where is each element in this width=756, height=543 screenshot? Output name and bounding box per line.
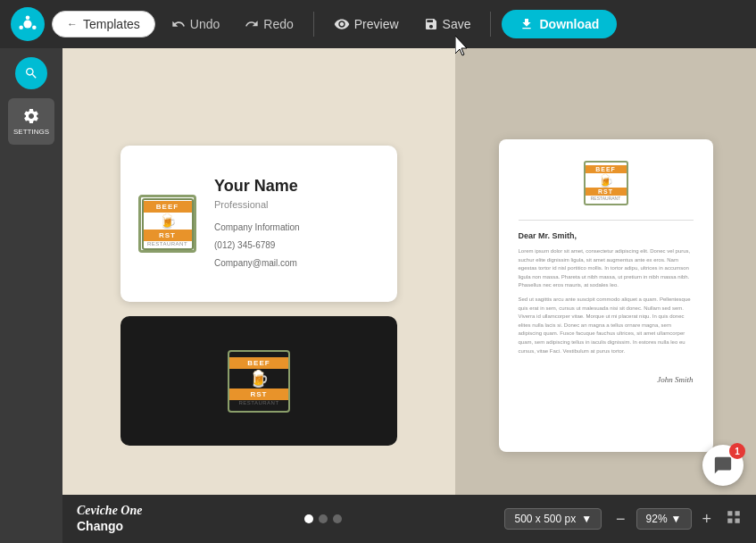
zoom-percent: 92% — [646, 513, 668, 525]
black-logo-banner-bottom: RST — [229, 388, 288, 400]
card-phone: (012) 345-6789 — [214, 238, 300, 253]
toolbar: ← Templates Undo Redo Preview Save Downl… — [0, 0, 756, 48]
redo-icon — [245, 17, 259, 31]
main-area: BEEF 🍺 RST RESTAURANT Your Name Professi… — [62, 48, 756, 543]
templates-label: Templates — [83, 17, 140, 31]
black-card-logo: BEEF 🍺 RST RESTAURANT — [228, 350, 290, 413]
zoom-value: 92% ▼ — [636, 508, 692, 530]
zoom-controls: − 92% ▼ + — [612, 508, 715, 530]
zoom-chevron-icon: ▼ — [671, 513, 682, 525]
logo-badge-white: BEEF 🍺 RST RESTAURANT — [138, 195, 196, 253]
zoom-out-button[interactable]: − — [612, 510, 629, 529]
sidebar-item-settings[interactable]: SETTINGS — [8, 98, 54, 145]
font-name-1: Ceviche One — [77, 504, 142, 519]
doc-signature: John Smith — [657, 375, 693, 384]
save-button[interactable]: Save — [415, 12, 480, 37]
undo-icon — [171, 17, 186, 31]
eye-icon — [334, 16, 350, 32]
svg-point-3 — [32, 25, 37, 29]
download-button[interactable]: Download — [502, 10, 617, 38]
card-info: Your Name Professional Company Informati… — [214, 177, 300, 271]
svg-point-1 — [26, 15, 30, 20]
divider — [313, 12, 314, 37]
redo-label: Redo — [263, 17, 293, 31]
card-company: Company Information — [214, 221, 300, 235]
chat-button[interactable]: 1 — [702, 445, 744, 486]
page-dots — [304, 514, 342, 523]
divider2 — [490, 12, 491, 37]
left-canvas-panel[interactable]: BEEF 🍺 RST RESTAURANT Your Name Professi… — [62, 48, 455, 543]
grid-button[interactable] — [726, 509, 742, 530]
doc-logo-icon: 🍺 — [598, 173, 613, 188]
doc-divider — [519, 220, 694, 221]
zoom-in-button[interactable]: + — [699, 510, 716, 529]
black-logo-sub: RESTAURANT — [238, 400, 278, 405]
preview-label: Preview — [354, 17, 399, 31]
svg-point-2 — [19, 25, 23, 29]
black-logo-banner-top: BEEF — [229, 357, 288, 369]
save-icon — [424, 17, 438, 31]
doc-body2: Sed ut sagittis arcu ante suscipit commo… — [519, 296, 694, 355]
business-card-black: BEEF 🍺 RST RESTAURANT — [120, 316, 397, 446]
card-email: Company@mail.com — [214, 256, 300, 271]
document-card: BEEF 🍺 RST RESTAURANT Dear Mr. Smith, Lo… — [499, 139, 713, 452]
templates-button[interactable]: ← Templates — [52, 11, 155, 38]
search-icon — [24, 66, 38, 80]
doc-logo-banner1: BEEF — [586, 165, 627, 173]
download-icon — [519, 17, 534, 31]
redo-button[interactable]: Redo — [236, 12, 302, 37]
dot-1[interactable] — [304, 514, 313, 523]
card-title: Professional — [214, 199, 300, 210]
doc-logo-banner2: RST — [586, 188, 627, 196]
chevron-down-icon: ▼ — [581, 513, 592, 525]
dot-3[interactable] — [333, 514, 342, 523]
sidebar-search-button[interactable] — [15, 57, 47, 89]
settings-label: SETTINGS — [13, 128, 49, 136]
grid-icon — [726, 509, 742, 525]
svg-point-0 — [23, 20, 31, 28]
dot-2[interactable] — [319, 514, 328, 523]
logo-banner-top: BEEF — [144, 201, 192, 213]
chat-badge: 1 — [729, 443, 745, 459]
card-name: Your Name — [214, 177, 300, 196]
logo-sub-text: RESTAURANT — [147, 241, 187, 246]
font-samples: Ceviche One Chango — [77, 504, 142, 534]
logo-badge-inner: BEEF 🍺 RST RESTAURANT — [142, 198, 194, 250]
undo-button[interactable]: Undo — [162, 12, 228, 37]
business-card-white: BEEF 🍺 RST RESTAURANT Your Name Professi… — [120, 146, 397, 302]
doc-logo: BEEF 🍺 RST RESTAURANT — [584, 161, 628, 205]
logo-icon: 🍺 — [159, 213, 177, 230]
font-name-2: Chango — [77, 519, 142, 534]
logo-banner-bottom: RST — [144, 230, 192, 241]
doc-logo-sub: RESTAURANT — [591, 196, 621, 201]
chat-icon — [713, 455, 733, 475]
doc-body1: Lorem ipsum dolor sit amet, consectetur … — [519, 247, 694, 290]
preview-button[interactable]: Preview — [325, 11, 408, 38]
doc-greeting: Dear Mr. Smith, — [519, 231, 577, 240]
save-label: Save — [443, 17, 471, 31]
black-logo-icon: 🍺 — [249, 369, 269, 388]
download-label: Download — [539, 17, 599, 31]
size-selector[interactable]: 500 x 500 px ▼ — [504, 508, 602, 530]
app-logo — [11, 7, 45, 41]
sidebar: SETTINGS — [0, 48, 62, 543]
settings-icon — [22, 107, 40, 125]
undo-label: Undo — [190, 17, 220, 31]
back-arrow-icon: ← — [67, 18, 78, 30]
canvas-size: 500 x 500 px — [514, 513, 576, 525]
bottom-bar: Ceviche One Chango 500 x 500 px ▼ − 92% … — [62, 495, 756, 543]
